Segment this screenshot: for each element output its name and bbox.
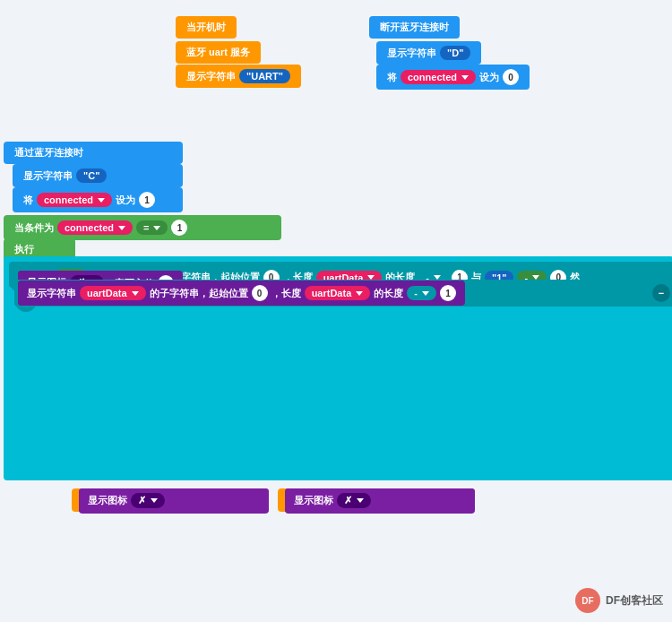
display-substr-label: 显示字符串 xyxy=(27,287,76,300)
disconnect-event-block: 断开蓝牙连接时 xyxy=(369,16,460,39)
while-value-pill[interactable]: 1 xyxy=(171,220,187,236)
logo-area: DF DF创客社区 xyxy=(575,588,663,613)
connect-event-label: 通过蓝牙连接时 xyxy=(14,146,83,160)
len-of-else-label: 的长度 xyxy=(374,287,403,300)
display-icon-a-label: 显示图标 xyxy=(88,494,127,507)
display-uart-block: 显示字符串 "UART" xyxy=(176,65,301,88)
bt-service-label: 蓝牙 uart 服务 xyxy=(186,46,250,59)
while-block: 当条件为 connected = 1 xyxy=(4,215,281,240)
while-var-pill[interactable]: connected xyxy=(57,220,133,235)
minus-1-else[interactable]: 1 xyxy=(440,285,456,301)
set-label-1: 将 xyxy=(23,194,33,207)
set-connected-0-block: 将 connected 设为 0 xyxy=(376,65,530,90)
startup-event-block: 当开机时 xyxy=(176,16,237,39)
set-connected-1-block: 将 connected 设为 1 xyxy=(13,187,183,212)
startup-label: 当开机时 xyxy=(186,21,226,34)
icon-a-pill[interactable]: ✗ xyxy=(131,493,165,508)
pos-0-else[interactable]: 0 xyxy=(252,285,268,301)
value-0-pill-0[interactable]: 0 xyxy=(503,69,519,85)
while-label: 当条件为 xyxy=(14,221,54,235)
connected-var-pill-1[interactable]: connected xyxy=(37,193,112,207)
display-icon-b-block: 显示图标 ✗ xyxy=(285,488,475,513)
connect-event-block: 通过蓝牙连接时 xyxy=(4,142,183,164)
if-container: 如果为 比较 uartData 的子字符串，起始位置 0 ，长度 uartDat… xyxy=(9,262,668,318)
set-action-1: 设为 xyxy=(116,194,135,207)
set-label-0: 将 xyxy=(387,71,397,84)
d-value-pill[interactable]: "D" xyxy=(440,46,470,60)
display-icon-b-label: 显示图标 xyxy=(294,494,333,507)
display-uart-label: 显示字符串 xyxy=(186,70,236,83)
display-substr-else-block: 显示字符串 uartData 的子字符串，起始位置 0 ，长度 uartData… xyxy=(18,281,465,306)
len-label-else: ，长度 xyxy=(271,287,301,300)
minus-circle[interactable]: − xyxy=(652,284,670,302)
substr-uart-pill[interactable]: uartData xyxy=(80,286,146,300)
icon-b-pill[interactable]: ✗ xyxy=(337,493,371,508)
uart-value-pill[interactable]: "UART" xyxy=(239,69,290,83)
bt-service-block: 蓝牙 uart 服务 xyxy=(176,41,261,64)
connected-var-pill-0[interactable]: connected xyxy=(401,70,476,84)
teal-outer-container: 将 uartData 设为 读取蓝牙 uart，直至读到 "：" 如果为 比较 … xyxy=(4,256,672,480)
logo-circle: DF xyxy=(575,588,600,613)
while-op[interactable]: = xyxy=(136,220,168,235)
minus-else-btn[interactable]: - xyxy=(407,286,436,300)
display-d-label: 显示字符串 xyxy=(387,47,436,60)
display-c-block: 显示字符串 "C" xyxy=(13,164,183,187)
len-uart-else-pill[interactable]: uartData xyxy=(305,286,371,300)
execute-label: 执行 xyxy=(14,243,34,256)
c-value-pill[interactable]: "C" xyxy=(76,168,107,183)
connect-event-container: 通过蓝牙连接时 显示字符串 "C" 将 connected 设为 1 xyxy=(4,142,183,212)
value-1-pill[interactable]: 1 xyxy=(139,192,155,208)
display-d-block: 显示字符串 "D" xyxy=(376,41,481,65)
logo-text: DF创客社区 xyxy=(606,593,663,609)
disconnect-label: 断开蓝牙连接时 xyxy=(380,21,449,34)
substr-text: 的子字符串，起始位置 xyxy=(150,287,248,300)
display-icon-a-block: 显示图标 ✗ xyxy=(79,488,269,513)
display-c-label: 显示字符串 xyxy=(23,169,73,183)
set-action-0: 设为 xyxy=(479,71,499,84)
